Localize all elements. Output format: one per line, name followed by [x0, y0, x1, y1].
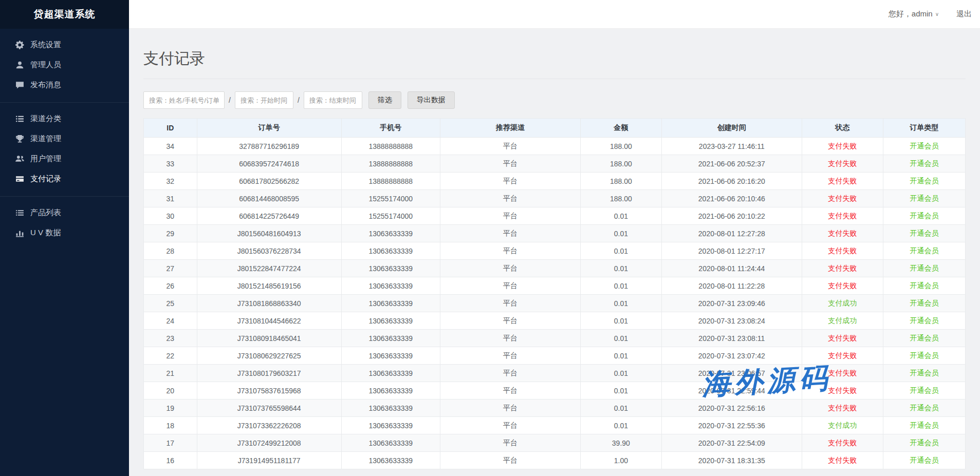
cell-channel: 平台: [440, 138, 580, 155]
sidebar-item-label: 系统设置: [30, 40, 61, 50]
cell-phone: 13063633339: [341, 225, 440, 242]
sidebar-item-system-settings[interactable]: 系统设置: [0, 35, 129, 55]
cell-order-type: 开通会员: [883, 225, 965, 242]
cell-order-no: 327887716296189: [197, 138, 341, 155]
table-row: 29J80156048160491313063633339平台0.012020-…: [144, 225, 966, 242]
cell-phone: 13063633339: [341, 330, 440, 347]
cell-status: 支付失败: [802, 434, 883, 452]
cell-channel: 平台: [440, 173, 580, 190]
cell-channel: 平台: [440, 242, 580, 260]
cell-order-type: 开通会员: [883, 312, 965, 330]
cell-phone: 13063633339: [341, 399, 440, 417]
sidebar-item-payment-records[interactable]: 支付记录: [0, 169, 129, 189]
cell-amount: 0.01: [580, 399, 661, 417]
cell-id: 24: [144, 312, 197, 330]
table-row: 3432788771629618913888888888平台188.002023…: [144, 138, 966, 155]
export-data-button[interactable]: 导出数据: [408, 91, 455, 109]
cell-phone: 13888888888: [341, 138, 440, 155]
cell-phone: 13063633339: [341, 434, 440, 452]
cell-phone: 13063633339: [341, 260, 440, 277]
cell-id: 33: [144, 155, 197, 173]
cell-created-at: 2021-06-06 20:10:46: [661, 190, 802, 207]
sidebar-item-channel-category[interactable]: 渠道分类: [0, 109, 129, 129]
cell-amount: 0.01: [580, 225, 661, 242]
table-row: 24J73108104454662213063633339平台0.012020-…: [144, 312, 966, 330]
topbar: 您好，admin ∨ 退出: [129, 0, 980, 29]
cell-channel: 平台: [440, 330, 580, 347]
sidebar-item-label: 产品列表: [30, 208, 61, 218]
cell-order-no: J731080918465041: [197, 330, 341, 347]
cell-order-type: 开通会员: [883, 417, 965, 434]
cell-created-at: 2020-08-01 12:27:28: [661, 225, 802, 242]
cell-amount: 0.01: [580, 242, 661, 260]
sidebar-item-label: U V 数据: [30, 228, 61, 238]
column-header-amount: 金额: [580, 119, 661, 138]
trophy-icon: [15, 135, 24, 143]
sidebar-item-label: 渠道分类: [30, 114, 61, 124]
end-time-input[interactable]: [304, 91, 362, 109]
sidebar: 贷超渠道系统 系统设置管理人员发布消息渠道分类渠道管理用户管理支付记录产品列表U…: [0, 0, 129, 476]
filter-button[interactable]: 筛选: [368, 91, 401, 109]
user-greeting: 您好，admin: [889, 9, 933, 19]
separator-slash: /: [229, 96, 231, 104]
cell-status: 支付失败: [802, 330, 883, 347]
cell-channel: 平台: [440, 295, 580, 312]
sidebar-item-uv-data[interactable]: U V 数据: [0, 223, 129, 243]
sidebar-item-label: 管理人员: [30, 60, 61, 70]
cell-id: 20: [144, 382, 197, 399]
table-row: 16J73191495118117713063633339平台1.002020-…: [144, 452, 966, 469]
column-header-order-no: 订单号: [197, 119, 341, 138]
table-row: 18J73107336222620813063633339平台0.012020-…: [144, 417, 966, 434]
cell-order-no: J731081868863340: [197, 295, 341, 312]
payment-icon: [15, 175, 24, 183]
cell-created-at: 2021-06-06 20:10:22: [661, 207, 802, 225]
column-header-channel: 推荐渠道: [440, 119, 580, 138]
keyword-search-input[interactable]: [143, 91, 225, 109]
filter-bar: / / 筛选 导出数据: [143, 91, 966, 109]
cell-id: 27: [144, 260, 197, 277]
column-header-created-at: 创建时间: [661, 119, 802, 138]
chart-icon: [15, 229, 24, 237]
app-logo: 贷超渠道系统: [0, 0, 129, 29]
sidebar-item-administrators[interactable]: 管理人员: [0, 55, 129, 75]
cell-phone: 13063633339: [341, 382, 440, 399]
cell-order-type: 开通会员: [883, 277, 965, 295]
cell-order-type: 开通会员: [883, 207, 965, 225]
table-row: 3260681780256628213888888888平台188.002021…: [144, 173, 966, 190]
cell-id: 29: [144, 225, 197, 242]
table-row: 25J73108186886334013063633339平台0.012020-…: [144, 295, 966, 312]
cell-amount: 0.01: [580, 295, 661, 312]
start-time-input[interactable]: [235, 91, 293, 109]
logout-link[interactable]: 退出: [956, 9, 972, 19]
cell-order-type: 开通会员: [883, 434, 965, 452]
cell-status: 支付失败: [802, 225, 883, 242]
table-row: 22J73108062922762513063633339平台0.012020-…: [144, 347, 966, 365]
sidebar-item-label: 用户管理: [30, 154, 61, 164]
cell-created-at: 2020-07-31 23:07:42: [661, 347, 802, 365]
cell-created-at: 2020-08-01 11:24:44: [661, 260, 802, 277]
cell-created-at: 2020-07-31 23:08:11: [661, 330, 802, 347]
cell-order-type: 开通会员: [883, 399, 965, 417]
cell-id: 26: [144, 277, 197, 295]
table-row: 26J80152148561915613063633339平台0.012020-…: [144, 277, 966, 295]
sidebar-item-user-management[interactable]: 用户管理: [0, 149, 129, 169]
user-menu[interactable]: 您好，admin ∨: [889, 9, 939, 19]
cell-phone: 15255174000: [341, 190, 440, 207]
cell-id: 21: [144, 365, 197, 382]
cell-order-no: 606839572474618: [197, 155, 341, 173]
cell-created-at: 2020-07-31 22:59:44: [661, 382, 802, 399]
cell-order-type: 开通会员: [883, 295, 965, 312]
cell-channel: 平台: [440, 277, 580, 295]
sidebar-item-channel-management[interactable]: 渠道管理: [0, 129, 129, 149]
cell-id: 22: [144, 347, 197, 365]
cell-phone: 13063633339: [341, 347, 440, 365]
cell-amount: 0.01: [580, 312, 661, 330]
sidebar-item-product-list[interactable]: 产品列表: [0, 203, 129, 223]
cell-channel: 平台: [440, 190, 580, 207]
page-header: 支付记录: [143, 29, 966, 79]
cell-status: 支付失败: [802, 190, 883, 207]
cell-status: 支付失败: [802, 277, 883, 295]
sidebar-item-publish-message[interactable]: 发布消息: [0, 75, 129, 95]
cell-order-type: 开通会员: [883, 190, 965, 207]
category-icon: [15, 115, 24, 123]
